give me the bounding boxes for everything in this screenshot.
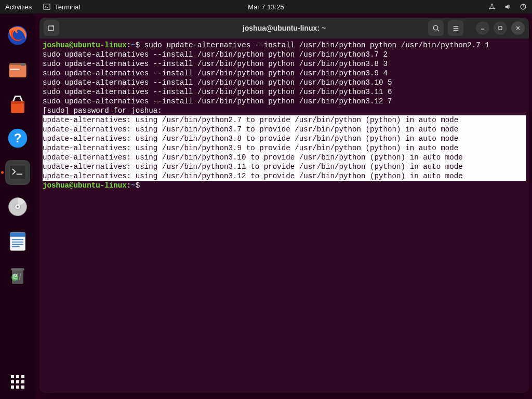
output-line: update-alternatives: using /usr/bin/pyth…	[43, 172, 463, 180]
output-line: update-alternatives: using /usr/bin/pyth…	[43, 135, 458, 143]
network-icon[interactable]	[488, 3, 496, 10]
output-line: update-alternatives: using /usr/bin/pyth…	[43, 116, 458, 124]
terminal-icon	[43, 3, 50, 10]
top-panel: Activities Terminal Mar 7 13:25	[0, 0, 532, 14]
command-line: sudo update-alternatives --install /usr/…	[43, 50, 388, 59]
dock-help[interactable]: ?	[5, 126, 30, 151]
svg-rect-35	[499, 26, 502, 30]
volume-icon[interactable]	[504, 3, 511, 10]
power-icon[interactable]	[520, 3, 527, 10]
window-title: joshua@ubuntu-linux: ~	[243, 24, 326, 32]
command-line: sudo update-alternatives --install /usr/…	[43, 78, 392, 87]
svg-rect-24	[12, 246, 20, 247]
svg-rect-20	[10, 233, 25, 237]
new-tab-button[interactable]	[44, 20, 59, 36]
output-line: update-alternatives: using /usr/bin/pyth…	[43, 153, 463, 162]
svg-rect-23	[12, 244, 23, 245]
dock-trash[interactable]	[5, 263, 30, 288]
prompt-user: joshua@ubuntu-linux	[43, 41, 127, 49]
hamburger-menu-button[interactable]	[448, 20, 463, 36]
highlighted-output: update-alternatives: using /usr/bin/pyth…	[43, 115, 526, 181]
terminal-body[interactable]: joshua@ubuntu-linux:~$ sudo update-alter…	[39, 38, 529, 393]
svg-rect-10	[21, 63, 25, 66]
clock[interactable]: Mar 7 13:25	[248, 3, 284, 11]
svg-point-1	[491, 4, 493, 5]
output-line: update-alternatives: using /usr/bin/pyth…	[43, 144, 458, 152]
output-line: update-alternatives: using /usr/bin/pyth…	[43, 163, 463, 171]
show-applications[interactable]	[0, 375, 35, 389]
svg-line-30	[437, 30, 439, 31]
svg-text:?: ?	[14, 131, 22, 145]
dock: ?	[0, 14, 35, 399]
apps-grid-icon	[11, 375, 24, 389]
close-button[interactable]	[511, 21, 525, 35]
command-line: sudo update-alternatives --install /usr/…	[144, 41, 489, 49]
svg-rect-22	[12, 242, 23, 243]
svg-rect-8	[9, 65, 26, 77]
svg-rect-21	[12, 239, 23, 240]
svg-point-29	[433, 25, 437, 30]
minimize-button[interactable]	[476, 21, 489, 35]
search-button[interactable]	[428, 20, 444, 36]
command-line: sudo update-alternatives --install /usr/…	[43, 88, 392, 96]
titlebar[interactable]: joshua@ubuntu-linux: ~	[39, 18, 529, 38]
active-app-menu[interactable]: Terminal	[43, 3, 80, 11]
command-line: sudo update-alternatives --install /usr/…	[43, 60, 388, 68]
dock-software[interactable]	[5, 91, 30, 116]
terminal-window: joshua@ubuntu-linux: ~ joshua@ubuntu-lin…	[39, 18, 529, 393]
output-line: update-alternatives: using /usr/bin/pyth…	[43, 125, 458, 134]
svg-rect-14	[9, 165, 26, 179]
svg-rect-26	[11, 268, 24, 271]
dock-disc[interactable]	[5, 194, 30, 219]
prompt-path: ~	[131, 41, 136, 49]
running-indicator-icon	[1, 171, 4, 174]
command-line: sudo update-alternatives --install /usr/…	[43, 69, 388, 77]
svg-point-18	[17, 206, 19, 208]
command-line: sudo update-alternatives --install /usr/…	[43, 97, 392, 105]
svg-rect-11	[11, 101, 24, 104]
prompt-path: ~	[131, 181, 136, 190]
dock-firefox[interactable]	[5, 23, 30, 48]
sudo-prompt: [sudo] password for joshua:	[43, 107, 162, 115]
dock-files[interactable]	[5, 57, 30, 82]
maximize-button[interactable]	[494, 21, 507, 35]
svg-rect-9	[10, 69, 19, 70]
dock-terminal[interactable]	[5, 160, 30, 185]
prompt-user: joshua@ubuntu-linux	[43, 181, 127, 190]
dock-text-editor[interactable]	[5, 229, 30, 254]
active-app-label: Terminal	[55, 3, 80, 11]
svg-rect-0	[44, 4, 50, 10]
activities-button[interactable]: Activities	[5, 3, 32, 11]
